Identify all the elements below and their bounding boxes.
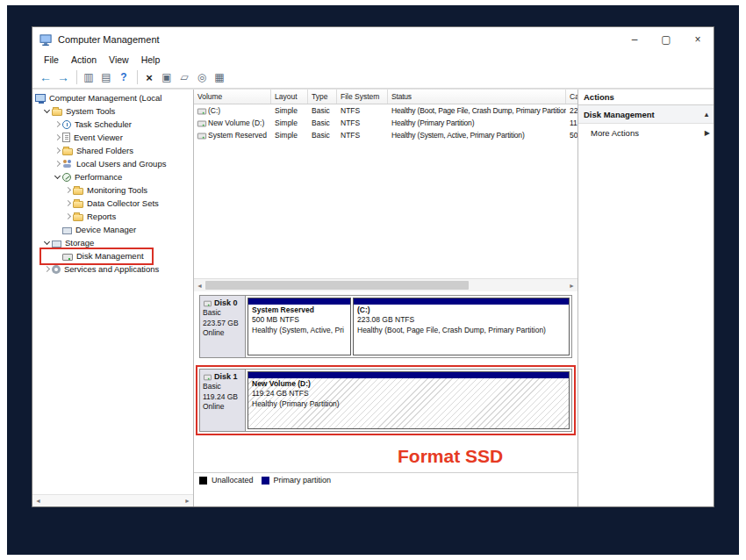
chevron-collapsed-icon[interactable]	[52, 148, 62, 153]
volume-row-c[interactable]: (C:) Simple Basic NTFS Healthy (Boot, Pa…	[194, 104, 577, 117]
actions-disk-management[interactable]: Disk Management ▴	[578, 105, 714, 124]
menu-file[interactable]: File	[38, 54, 65, 65]
actions-pane-title: Actions	[578, 90, 714, 105]
volume-capacity: 22	[566, 106, 577, 115]
disk-0-row[interactable]: Disk 0 Basic 223.57 GB Online System Res…	[199, 295, 572, 358]
more-actions-arrow-icon[interactable]: ▶	[705, 129, 710, 137]
chevron-collapsed-icon[interactable]	[62, 188, 73, 192]
tree-item-label: System Tools	[66, 106, 115, 116]
menu-action[interactable]: Action	[65, 54, 103, 65]
scrollbar-thumb[interactable]	[205, 281, 469, 290]
partition-size: 223.08 GB NTFS	[357, 315, 414, 324]
open-icon[interactable]: ▱	[176, 69, 192, 85]
tree-horizontal-scrollbar[interactable]: ◄ ►	[32, 494, 193, 506]
volume-row-system-reserved[interactable]: System Reserved Simple Basic NTFS Health…	[194, 129, 577, 141]
column-header-layout[interactable]: Layout	[271, 90, 308, 104]
volume-type: Basic	[308, 131, 337, 140]
minimize-button[interactable]: –	[619, 27, 650, 52]
window-title: Computer Management	[58, 34, 160, 45]
chevron-collapsed-icon[interactable]	[52, 122, 62, 126]
partition-system-reserved[interactable]: System Reserved 500 MB NTFS Healthy (Sys…	[247, 298, 351, 355]
tree-item-data-collector-sets[interactable]: Data Collector Sets	[32, 197, 193, 210]
chevron-collapsed-icon[interactable]	[52, 135, 62, 140]
tree-item-label: Monitoring Tools	[87, 185, 147, 195]
volume-list: Volume Layout Type File System Status Ca…	[194, 90, 577, 278]
tree-item-label: Event Viewer	[74, 133, 123, 142]
toolbar: ← → ▥ ▤ ? × ▣ ▱ ◎ ▦	[32, 67, 714, 89]
scroll-right-icon[interactable]: ►	[184, 498, 190, 504]
disk-1-header[interactable]: Disk 1 Basic 119.24 GB Online	[200, 370, 246, 431]
tree-item-computer-management[interactable]: Computer Management (Local	[32, 91, 193, 104]
chevron-collapsed-icon[interactable]	[41, 267, 52, 271]
tree-item-event-viewer[interactable]: Event Viewer	[32, 131, 193, 144]
disk-name: Disk 1	[214, 371, 238, 382]
disk-management-pane: Volume Layout Type File System Status Ca…	[194, 90, 578, 506]
legend-label-unallocated: Unallocated	[212, 476, 254, 485]
maximize-button[interactable]: ▢	[650, 27, 682, 52]
disk-status: Online	[203, 328, 242, 338]
show-console-tree-icon[interactable]: ▥	[81, 69, 97, 85]
primary-partition-swatch	[262, 477, 269, 485]
computer-icon	[35, 94, 46, 102]
primary-partition-band	[248, 298, 350, 305]
partition-status: Healthy (Boot, Page File, Crash Dump, Pr…	[357, 326, 546, 334]
actions-pane: Actions Disk Management ▴ More Actions ▶	[578, 90, 714, 506]
volume-row-new-volume-d[interactable]: New Volume (D:) Simple Basic NTFS Health…	[194, 117, 577, 129]
back-icon[interactable]: ←	[38, 69, 54, 85]
tree-item-monitoring-tools[interactable]: Monitoring Tools	[32, 183, 193, 197]
chevron-collapsed-icon[interactable]	[62, 214, 73, 219]
chevron-collapsed-icon[interactable]	[52, 162, 62, 166]
performance-icon	[62, 173, 71, 182]
column-header-volume[interactable]: Volume	[194, 90, 271, 104]
column-header-type[interactable]: Type	[308, 90, 337, 104]
disk-type: Basic	[203, 382, 242, 391]
actions-more-actions[interactable]: More Actions ▶	[578, 124, 714, 141]
disk-name: Disk 0	[214, 298, 238, 308]
disk-1-row[interactable]: Disk 1 Basic 119.24 GB Online New Volume…	[199, 369, 572, 432]
column-header-status[interactable]: Status	[388, 90, 566, 104]
close-button[interactable]: ×	[682, 27, 714, 52]
tree-item-system-tools[interactable]: System Tools	[32, 104, 193, 118]
tree-item-performance[interactable]: Performance	[32, 170, 193, 183]
delete-volume-icon[interactable]: ×	[141, 69, 157, 85]
partition-legend: Unallocated Primary partition	[194, 472, 577, 487]
menu-view[interactable]: View	[103, 54, 135, 65]
display-icon[interactable]: ▦	[212, 69, 227, 85]
partition-new-volume-d[interactable]: New Volume (D:) 119.24 GB NTFS Healthy (…	[247, 371, 570, 429]
tree-item-services-applications[interactable]: Services and Applications	[32, 262, 193, 276]
tree-item-reports[interactable]: Reports	[32, 210, 193, 223]
column-header-file-system[interactable]: File System	[337, 90, 388, 104]
tree-item-disk-management[interactable]: Disk Management	[32, 249, 193, 262]
collapse-section-icon[interactable]: ▴	[705, 111, 708, 118]
search-icon[interactable]: ◎	[194, 69, 210, 85]
tree-item-task-scheduler[interactable]: Task Scheduler	[32, 118, 193, 131]
disk-0-header[interactable]: Disk 0 Basic 223.57 GB Online	[200, 296, 246, 357]
menu-help[interactable]: Help	[135, 54, 167, 65]
chevron-expanded-icon[interactable]	[41, 110, 52, 112]
partition-c[interactable]: (C:) 223.08 GB NTFS Healthy (Boot, Page …	[353, 298, 570, 355]
chevron-expanded-icon[interactable]	[41, 241, 52, 244]
column-header-capacity[interactable]: Ca	[566, 90, 577, 104]
export-list-icon[interactable]: ▤	[98, 69, 114, 85]
tree-item-device-manager[interactable]: Device Manager	[32, 223, 193, 236]
tree-item-label: Shared Folders	[76, 146, 133, 155]
tree-item-shared-folders[interactable]: Shared Folders	[32, 144, 193, 157]
volume-list-horizontal-scrollbar[interactable]: ◄ ►	[194, 278, 577, 291]
volume-status: Healthy (System, Active, Primary Partiti…	[388, 131, 566, 140]
chevron-collapsed-icon[interactable]	[62, 201, 73, 205]
properties-icon[interactable]: ▣	[159, 69, 175, 85]
tree-item-local-users-groups[interactable]: Local Users and Groups	[32, 157, 193, 170]
scroll-left-icon[interactable]: ◄	[197, 283, 203, 289]
scroll-left-icon[interactable]: ◄	[35, 498, 41, 504]
volume-file-system: NTFS	[337, 118, 388, 127]
toolbar-separator	[137, 70, 138, 84]
disk-icon	[204, 375, 212, 380]
help-icon[interactable]: ?	[116, 69, 132, 85]
tree-item-storage[interactable]: Storage	[32, 236, 193, 249]
scroll-right-icon[interactable]: ►	[569, 283, 575, 289]
title-bar[interactable]: Computer Management – ▢ ×	[32, 27, 714, 52]
chevron-expanded-icon[interactable]	[52, 176, 62, 178]
forward-icon[interactable]: →	[55, 69, 71, 85]
disk-management-icon	[62, 254, 73, 261]
volume-icon	[197, 109, 206, 115]
